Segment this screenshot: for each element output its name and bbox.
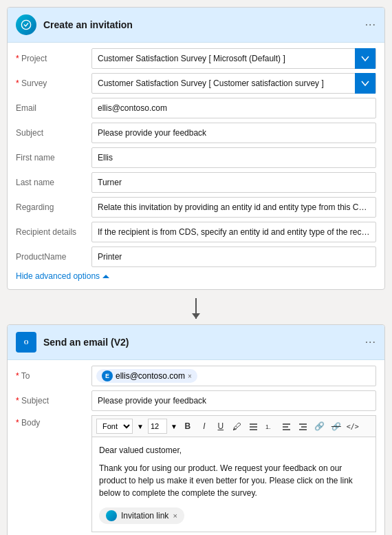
lastname-row: Last name (16, 172, 376, 193)
svg-text:O: O (24, 339, 29, 346)
regarding-input[interactable] (91, 197, 376, 218)
code-button[interactable]: </> (346, 419, 360, 434)
card2-body: To E ellis@contoso.com × Subject Body Fo… (8, 360, 384, 535)
regarding-label: Regarding (16, 202, 91, 212)
firstname-row: First name (16, 147, 376, 168)
survey-dropdown[interactable]: Customer Satisfaction Survey [ Customer … (91, 73, 376, 94)
regarding-row: Regarding (16, 197, 376, 218)
to-avatar: E (102, 370, 113, 381)
hide-advanced-button[interactable]: Hide advanced options (16, 271, 376, 281)
productname-row: ProductName (16, 246, 376, 267)
survey-row: Survey Customer Satisfaction Survey [ Cu… (16, 73, 376, 94)
to-email-remove-button[interactable]: × (188, 373, 192, 380)
email-label: Email (16, 103, 91, 113)
card2-menu-button[interactable]: ··· (365, 336, 376, 348)
underline-button[interactable]: U (214, 419, 228, 434)
arrow-down-icon (195, 298, 197, 319)
card2-title: Send an email (V2) (43, 337, 365, 348)
link-button[interactable]: 🔗 (313, 419, 327, 434)
body-label: Body (16, 415, 91, 428)
body-row: Body Font ▼ ▼ B I U 🖊 (16, 415, 376, 532)
recipient-input[interactable] (91, 222, 376, 242)
ordered-list-button[interactable]: 1. (263, 419, 277, 434)
recipient-label: Recipient details (16, 227, 91, 237)
project-row: Project Customer Satisfaction Survey [ M… (16, 48, 376, 69)
card1-body: Project Customer Satisfaction Survey [ M… (8, 43, 384, 289)
project-label: Project (16, 54, 91, 63)
invitation-tag-icon (106, 510, 117, 521)
project-dropdown-arrow[interactable] (355, 48, 375, 69)
firstname-input[interactable] (91, 147, 376, 168)
survey-label: Survey (16, 78, 91, 88)
survey-value: Customer Satisfaction Survey [ Customer … (92, 75, 355, 92)
outlook-icon: O (16, 332, 36, 353)
project-dropdown[interactable]: Customer Satisfaction Survey [ Microsoft… (91, 48, 376, 69)
invitation-link-tag: Invitation link × (99, 507, 184, 524)
card1-menu-button[interactable]: ··· (365, 19, 376, 31)
body-editor-wrapper: Font ▼ ▼ B I U 🖊 1. (91, 415, 376, 532)
font-size-arrow: ▼ (171, 423, 177, 430)
font-select[interactable]: Font (96, 419, 133, 434)
bold-button[interactable]: B (181, 419, 195, 434)
body-editor[interactable]: Dear valued customer, Thank you for usin… (91, 437, 376, 532)
to-email-value: ellis@contoso.com (116, 371, 185, 381)
card1-header: Create an invitation ··· (8, 8, 384, 43)
firstname-label: First name (16, 153, 91, 162)
invitation-tag-remove-button[interactable]: × (173, 510, 177, 522)
email-subject-label: Subject (16, 396, 91, 406)
card2-header: O Send an email (V2) ··· (8, 325, 384, 360)
card1-title: Create an invitation (43, 19, 365, 30)
highlight-button[interactable]: 🖊 (230, 419, 244, 434)
recipient-row: Recipient details (16, 222, 376, 242)
subject-label: Subject (16, 128, 91, 138)
italic-button[interactable]: I (197, 419, 211, 434)
flow-connector (195, 293, 197, 324)
send-email-card: O Send an email (V2) ··· To E ellis@cont… (7, 324, 385, 535)
email-subject-input[interactable] (91, 390, 376, 411)
subject-input[interactable] (91, 123, 376, 143)
body-line2: Thank you for using our product. We requ… (99, 462, 369, 499)
email-row: Email (16, 98, 376, 118)
create-invitation-card: Create an invitation ··· Project Custome… (7, 7, 385, 290)
project-value: Customer Satisfaction Survey [ Microsoft… (92, 50, 355, 67)
align-right-button[interactable] (296, 419, 310, 434)
email-input[interactable] (91, 98, 376, 118)
chevron-up-icon (102, 275, 109, 278)
subject-row: Subject (16, 123, 376, 143)
to-label: To (16, 371, 91, 381)
invitation-tag-label: Invitation link (121, 510, 168, 522)
survey-icon (16, 14, 36, 35)
toolbar-dropdown-arrow: ▼ (137, 423, 144, 430)
font-size-input[interactable] (148, 419, 167, 434)
body-line1: Dear valued customer, (99, 444, 369, 457)
productname-input[interactable] (91, 246, 376, 267)
svg-text:1.: 1. (265, 423, 271, 430)
unlink-button[interactable]: 🔗 (329, 419, 343, 434)
lastname-label: Last name (16, 178, 91, 187)
lastname-input[interactable] (91, 172, 376, 193)
to-field[interactable]: E ellis@contoso.com × (91, 366, 376, 386)
productname-label: ProductName (16, 252, 91, 262)
svg-point-0 (21, 20, 30, 29)
to-row: To E ellis@contoso.com × (16, 366, 376, 386)
to-email-tag: E ellis@contoso.com × (96, 369, 197, 383)
unordered-list-button[interactable] (247, 419, 261, 434)
body-toolbar: Font ▼ ▼ B I U 🖊 1. (91, 415, 376, 437)
email-subject-row: Subject (16, 390, 376, 411)
survey-dropdown-arrow[interactable] (355, 73, 375, 94)
align-left-button[interactable] (280, 419, 294, 434)
